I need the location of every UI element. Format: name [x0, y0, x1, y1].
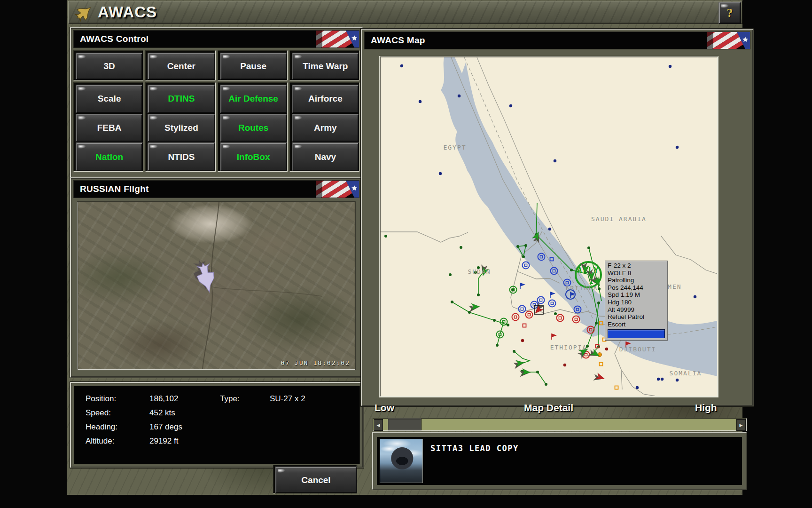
enemy-dot [605, 348, 608, 350]
waypoint-dot [384, 235, 387, 238]
city-dot [676, 146, 679, 149]
button-navy[interactable]: Navy [292, 143, 359, 171]
map-panel-header: AWACS Map [364, 32, 750, 49]
city-dot [657, 378, 660, 381]
button-airforce[interactable]: Airforce [292, 85, 359, 113]
map-canvas[interactable]: ALLY1EGYPTSAUDI ARABIASUDANERITREAYEMENE… [380, 56, 718, 397]
waypoint-dot [513, 350, 515, 353]
map-panel-title: AWACS Map [371, 35, 425, 46]
button-cell: 3D [73, 50, 143, 80]
info-label [220, 437, 270, 451]
waypoint-dot [545, 383, 547, 386]
city-dot [669, 65, 671, 68]
flight-panel-header: RUSSIAN Flight [73, 180, 359, 198]
button-pause[interactable]: Pause [220, 53, 287, 80]
sim-timestamp: 07 JUN 18:02:02 [281, 359, 350, 366]
button-column: Air DefenseRoutesInfoBox [218, 82, 288, 172]
city-dot [439, 172, 442, 175]
enemy-dot [563, 364, 566, 366]
button-stylized[interactable]: Stylized [148, 114, 215, 143]
button-army[interactable]: Army [292, 114, 359, 143]
button-nation[interactable]: Nation [76, 143, 143, 171]
map-detail-slider[interactable]: ◀ ▶ [373, 418, 747, 431]
info-label [220, 408, 270, 422]
tooltip-line: Patrolling [608, 277, 665, 284]
russian-flight-panel: RUSSIAN Flight [70, 177, 363, 378]
flight-info-readout: Position:186,102Type:SU-27 x 2Speed:452 … [74, 386, 360, 464]
cancel-button-frame: Cancel [273, 465, 357, 493]
slider-left-arrow-icon[interactable]: ◀ [374, 419, 383, 431]
button-ntids[interactable]: NTIDS [148, 143, 215, 171]
info-row: Heading:167 degs [86, 422, 359, 437]
info-value: 29192 ft [149, 437, 220, 451]
awacs-map-panel: AWACS Map ALLY1EGYPTSAUDI ARABIASUDA [361, 29, 754, 406]
country-label: SOMALIA [670, 370, 702, 377]
button-column: AirforceArmyNavy [289, 82, 359, 172]
city-dot [636, 386, 639, 389]
awacs-control-panel: AWACS Control 3DCenterPauseTime Warp Sc [70, 27, 363, 181]
map-graphics: ALLY1EGYPTSAUDI ARABIASUDANERITREAYEMENE… [381, 57, 717, 396]
tooltip-line: Escort [608, 321, 665, 328]
city-dot [419, 100, 422, 103]
button-cell: Center [145, 50, 215, 80]
waypoint-dot [449, 273, 452, 276]
country-label: SAUDI ARABIA [591, 215, 647, 222]
tooltip-selection-bar [608, 329, 665, 338]
slider-right-arrow-icon[interactable]: ▶ [736, 419, 746, 431]
button-routes[interactable]: Routes [220, 114, 287, 143]
button-scale[interactable]: Scale [76, 85, 143, 113]
city-dot [554, 159, 556, 162]
slider-thumb[interactable] [388, 419, 422, 430]
city-dot [509, 104, 512, 107]
help-button[interactable]: ? [718, 2, 741, 24]
waypoint-dot [597, 302, 600, 304]
tooltip-line: Alt 49999 [608, 306, 665, 314]
waypoint-dot [598, 287, 601, 290]
button-3d[interactable]: 3D [76, 53, 143, 80]
waypoint-dot [524, 244, 527, 247]
control-top-row: 3DCenterPauseTime Warp [73, 50, 359, 80]
country-label: ERITREA [566, 285, 598, 292]
button-time-warp[interactable]: Time Warp [292, 53, 359, 80]
cancel-button[interactable]: Cancel [275, 467, 357, 493]
info-value: 186,102 [149, 394, 220, 408]
waypoint-dot [587, 246, 590, 249]
button-air-defense[interactable]: Air Defense [220, 85, 287, 113]
control-grid: ScaleFEBANationDTINSStylizedNTIDSAir Def… [73, 82, 359, 172]
radio-message-text: SITTA3 LEAD COPY [430, 444, 519, 453]
info-value: 167 degs [149, 422, 220, 437]
waypoint-dot [451, 301, 453, 303]
waypoint-dot [536, 371, 539, 373]
info-label: Heading: [86, 422, 149, 437]
us-flag-icon [707, 32, 750, 49]
unit-info-tooltip: F-22 x 2WOLF 8PatrollingPos 244,144Spd 1… [605, 261, 668, 341]
jet-icon [73, 3, 95, 22]
info-value [270, 422, 359, 437]
info-value [270, 437, 359, 451]
button-center[interactable]: Center [148, 53, 215, 80]
button-dtins[interactable]: DTINS [148, 85, 215, 113]
waypoint-dot [496, 344, 499, 347]
button-column: ScaleFEBANation [73, 82, 143, 172]
waypoint-dot [460, 246, 462, 249]
flight-info-panel: Position:186,102Type:SU-27 x 2Speed:452 … [70, 382, 364, 468]
detail-low-label: Low [375, 402, 394, 413]
tooltip-line: Spd 1.19 M [608, 291, 665, 299]
us-flag-icon [316, 181, 359, 198]
waypoint-dot [522, 255, 525, 258]
city-dot [548, 228, 551, 230]
country-label: ETHIOPIA [550, 344, 587, 351]
country-label: EGYPT [443, 144, 466, 151]
waypoint-dot [570, 269, 573, 271]
button-cell: Time Warp [289, 50, 359, 80]
button-feba[interactable]: FEBA [76, 114, 143, 143]
waypoint-dot [493, 319, 496, 322]
title-bar: AWACS [68, 1, 742, 24]
tooltip-line: WOLF 8 [608, 270, 665, 277]
tooltip-line: F-22 x 2 [608, 262, 665, 270]
waypoint-dot [477, 294, 480, 296]
terrain-overlay [78, 202, 355, 369]
window-title: AWACS [98, 3, 157, 21]
button-infobox[interactable]: InfoBox [220, 143, 287, 171]
button-cell: Pause [218, 50, 288, 80]
